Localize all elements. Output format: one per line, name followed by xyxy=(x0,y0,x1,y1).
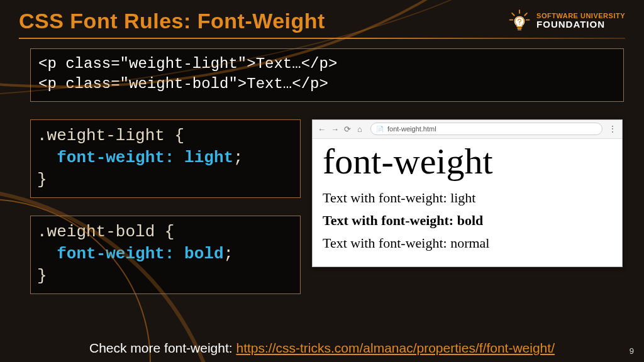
file-icon: 📄 xyxy=(376,126,384,133)
kebab-menu-icon[interactable]: ⋮ xyxy=(608,124,617,134)
footer-prefix: Check more font-weight: xyxy=(89,341,236,355)
forward-icon[interactable]: → xyxy=(331,124,338,134)
preview-text-light: Text with font-weight: light xyxy=(323,190,612,206)
browser-toolbar: ← → ⟳ ⌂ 📄 font-weight.html ⋮ xyxy=(313,120,622,139)
css-semicolon: ; xyxy=(233,148,243,167)
css-value: light xyxy=(184,148,233,167)
css-semicolon: ; xyxy=(224,244,234,263)
css-selector: .weight-bold xyxy=(37,222,155,241)
css-value: bold xyxy=(184,244,223,263)
code-line: <p class="weight-bold">Text…</p> xyxy=(38,74,616,94)
css-property: font-weight xyxy=(57,244,165,263)
css-colon: : xyxy=(165,148,184,167)
browser-preview: ← → ⟳ ⌂ 📄 font-weight.html ⋮ font-weight… xyxy=(312,119,623,267)
svg-line-2 xyxy=(525,13,527,15)
svg-point-8 xyxy=(519,23,520,25)
css-code-block-bold: .weight-bold { font-weight: bold; } xyxy=(30,216,301,294)
css-brace: } xyxy=(37,170,47,189)
footer-link[interactable]: https://css-tricks.com/almanac/propertie… xyxy=(236,341,555,355)
css-code-block-light: .weight-light { font-weight: light; } xyxy=(30,119,301,198)
code-line: <p class="weight-light">Text…</p> xyxy=(38,54,616,74)
svg-rect-6 xyxy=(518,27,522,28)
title-underline xyxy=(19,38,625,39)
home-icon[interactable]: ⌂ xyxy=(357,124,365,134)
logo-line2: FOUNDATION xyxy=(536,19,625,30)
css-colon: : xyxy=(165,244,184,263)
logo-text: SOFTWARE UNIVERSITY FOUNDATION xyxy=(536,13,625,30)
softuni-logo: SOFTWARE UNIVERSITY FOUNDATION xyxy=(508,9,625,33)
css-property: font-weight xyxy=(57,148,165,167)
css-brace: { xyxy=(165,126,184,145)
svg-rect-7 xyxy=(518,29,521,30)
svg-line-1 xyxy=(512,13,514,15)
css-brace: } xyxy=(37,266,47,285)
html-code-block: <p class="weight-light">Text…</p> <p cla… xyxy=(30,48,624,102)
slide-header: CSS Font Rules: Font-Weight SOFTWARE UNI… xyxy=(0,0,644,38)
lightbulb-icon xyxy=(508,9,531,33)
back-icon[interactable]: ← xyxy=(318,124,325,134)
page-title: CSS Font Rules: Font-Weight xyxy=(19,9,325,33)
preview-text-bold: Text with font-weight: bold xyxy=(323,212,612,229)
preview-text-normal: Text with font-weight: normal xyxy=(323,235,612,251)
css-selector: .weight-light xyxy=(37,126,165,145)
address-text: font-weight.html xyxy=(387,125,436,133)
reload-icon[interactable]: ⟳ xyxy=(344,124,352,134)
browser-viewport: font-weight Text with font-weight: light… xyxy=(313,139,622,266)
footer-note: Check more font-weight: https://css-tric… xyxy=(0,341,644,356)
css-brace: { xyxy=(155,222,174,241)
address-bar[interactable]: 📄 font-weight.html xyxy=(370,123,602,135)
preview-heading: font-weight xyxy=(323,143,612,181)
page-number: 9 xyxy=(630,346,634,356)
